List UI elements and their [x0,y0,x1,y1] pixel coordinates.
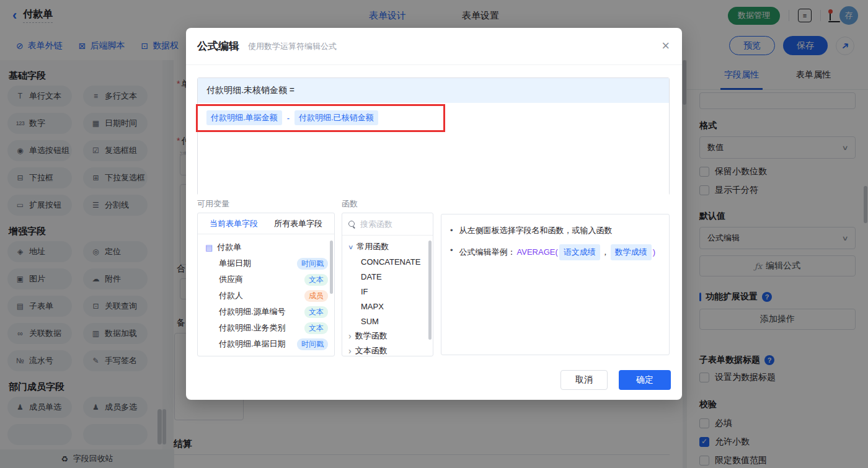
function-search-placeholder: 搜索函数 [360,219,392,230]
variables-root-label: 付款单 [217,242,241,253]
group-math-functions[interactable]: › 数学函数 [348,329,433,343]
function-search[interactable]: 搜索函数 [342,213,433,236]
formula-box: 付款明细.未核销金额 = 付款明细.单据金额 - 付款明细.已核销金额 [197,77,670,195]
function-item-date[interactable]: DATE [348,269,433,284]
function-item-if[interactable]: IF [348,284,433,299]
tip-line-1: • 从左侧面板选择字段名和函数，或输入函数 [450,224,660,237]
example-prefix: 公式编辑举例： [459,246,516,258]
confirm-button[interactable]: 确定 [619,370,671,390]
variables-tabs: 当前表单字段 所有表单字段 [198,213,334,234]
variables-scrollbar[interactable] [330,241,333,294]
group-text-label: 文本函数 [355,345,388,356]
variable-name: 付款人 [219,290,243,301]
group-common-functions[interactable]: ∨ 常用函数 [348,239,433,254]
functions-label: 函数 [342,198,358,210]
type-badge: 成员 [304,290,328,302]
type-badge: 文本 [304,306,328,318]
tab-current-form-fields[interactable]: 当前表单字段 [210,218,258,229]
variable-name: 供应商 [219,274,243,285]
variable-name: 付款明细.源单编号 [219,306,286,317]
tip-line-2: • 公式编辑举例： AVERAGE( 语文成绩 ， 数学成绩 ) [450,244,660,260]
cancel-button[interactable]: 取消 [560,370,608,390]
type-badge: 时间戳 [297,258,328,270]
variable-row[interactable]: 供应商 文本 [205,272,328,288]
variables-root-node[interactable]: ▤ 付款单 [205,239,328,255]
variables-label: 可用变量 [197,198,229,210]
tab-all-form-fields[interactable]: 所有表单字段 [274,218,322,229]
type-badge: 文本 [304,322,328,334]
variable-name: 付款明细.单据日期 [219,338,286,350]
bullet-icon: • [450,224,453,237]
group-text-functions[interactable]: › 文本函数 [348,343,433,356]
chevron-right-icon: › [348,346,352,356]
tips-panel: • 从左侧面板选择字段名和函数，或输入函数 • 公式编辑举例： AVERAGE(… [441,214,670,355]
formula-target-text: 付款明细.未核销金额 = [206,85,294,96]
modal-footer: 取消 确定 [560,370,671,390]
modal-title: 公式编辑 [197,39,239,53]
variable-name: 付款明细.业务类别 [219,322,286,333]
modal-subtitle: 使用数学运算符编辑公式 [248,41,337,52]
formula-editor-modal: 公式编辑 使用数学运算符编辑公式 × 付款明细.未核销金额 = 付款明细.单据金… [186,28,682,400]
variable-row[interactable]: 付款明细.业务类别 文本 [205,320,328,336]
variable-row[interactable]: 单据日期 时间戳 [205,255,328,272]
close-icon[interactable]: × [662,39,670,53]
variables-list: ▤ 付款单 单据日期 时间戳 供应商 文本 付款人 成员 付款明细.源单编号 [198,234,334,352]
example-arg-chip: 语文成绩 [559,244,600,260]
group-math-label: 数学函数 [355,330,388,342]
variables-panel: 当前表单字段 所有表单字段 ▤ 付款单 单据日期 时间戳 供应商 文本 付款人 [197,213,335,356]
function-item-concatenate[interactable]: CONCATENATE [348,254,433,269]
tip-example: 公式编辑举例： AVERAGE( 语文成绩 ， 数学成绩 ) [459,244,656,260]
variable-name: 单据日期 [219,258,251,269]
functions-tree: ∨ 常用函数 CONCATENATE DATE IF MAPX SUM › 数学… [342,236,433,356]
tip-text-1: 从左侧面板选择字段名和函数，或输入函数 [459,224,613,237]
example-comma: ， [601,246,609,258]
example-function-open: AVERAGE( [517,246,558,258]
example-arg-chip: 数学成绩 [611,244,652,260]
document-icon: ▤ [205,243,213,252]
bullet-icon: • [450,244,453,257]
modal-header: 公式编辑 使用数学运算符编辑公式 × [186,28,682,65]
app-root: ‹ 付款单 表单设计 表单设置 数据管理 ≡ 存 ⊘ 表单外链 ⊠ 后端脚本 [0,0,868,468]
chevron-down-icon: ∨ [348,244,354,250]
formula-target: 付款明细.未核销金额 = [198,78,669,103]
example-function-close: ) [653,246,655,258]
search-icon [348,221,355,227]
group-common-label: 常用函数 [356,241,389,252]
annotation-red-box [196,104,445,132]
variable-row[interactable]: 付款人 成员 [205,288,328,304]
type-badge: 文本 [304,274,328,286]
variable-row[interactable]: 付款明细.源单编号 文本 [205,304,328,320]
type-badge: 时间戳 [297,338,328,350]
formula-editor-area[interactable]: 付款明细.单据金额 - 付款明细.已核销金额 [198,103,669,195]
function-item-sum[interactable]: SUM [348,314,433,329]
function-item-mapx[interactable]: MAPX [348,299,433,314]
variable-row[interactable]: 付款明细.单据日期 时间戳 [205,336,328,352]
chevron-right-icon: › [348,331,352,341]
functions-panel: 搜索函数 ∨ 常用函数 CONCATENATE DATE IF MAPX SUM… [342,213,433,356]
functions-scrollbar[interactable] [428,241,432,340]
